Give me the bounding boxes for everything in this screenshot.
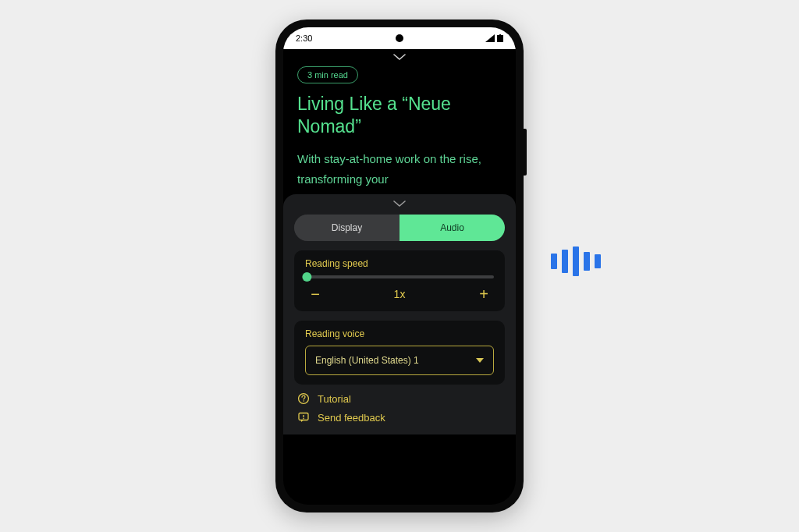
article-body: With stay-at-home work on the rise, tran…	[297, 149, 502, 190]
article-preview: 3 min read Living Like a “Neue Nomad” Wi…	[283, 66, 516, 194]
segment-display[interactable]: Display	[294, 215, 400, 241]
speed-decrease-button[interactable]: −	[305, 286, 325, 302]
speed-increase-button[interactable]: +	[474, 286, 494, 302]
reading-voice-value: English (United States) 1	[315, 355, 419, 366]
send-feedback-link[interactable]: Send feedback	[294, 406, 505, 424]
caret-down-icon	[476, 358, 484, 363]
tutorial-label: Tutorial	[318, 393, 351, 405]
reading-speed-label: Reading speed	[305, 258, 494, 269]
feedback-label: Send feedback	[318, 412, 385, 424]
reading-speed-slider[interactable]	[305, 275, 494, 278]
reading-voice-select[interactable]: English (United States) 1	[305, 346, 494, 375]
settings-panel: Display Audio Reading speed −	[283, 194, 516, 434]
status-bar: 2:30	[283, 27, 516, 49]
status-icons	[485, 34, 503, 42]
collapse-article-button[interactable]	[283, 49, 516, 66]
reading-voice-label: Reading voice	[305, 328, 494, 339]
phone-screen: 2:30 3 min read Living Like a “Neue Noma…	[283, 27, 516, 505]
mode-segmented-control: Display Audio	[294, 215, 505, 241]
feedback-icon	[297, 411, 310, 424]
soundwave-icon	[551, 246, 601, 276]
help-icon	[297, 392, 310, 405]
status-time: 2:30	[296, 34, 312, 43]
collapse-panel-button[interactable]	[294, 199, 505, 215]
speed-value: 1x	[394, 288, 406, 300]
reading-voice-card: Reading voice English (United States) 1	[294, 321, 505, 385]
phone-frame: 2:30 3 min read Living Like a “Neue Noma…	[275, 20, 524, 512]
segment-audio-label: Audio	[440, 222, 464, 233]
slider-thumb[interactable]	[302, 272, 311, 282]
segment-audio[interactable]: Audio	[400, 215, 505, 241]
read-time-badge: 3 min read	[297, 66, 358, 83]
svg-point-4	[303, 418, 304, 420]
reading-speed-card: Reading speed − 1x +	[294, 250, 505, 311]
signal-icon	[485, 34, 495, 42]
chevron-down-icon	[392, 52, 407, 62]
chevron-down-icon	[392, 199, 407, 208]
svg-point-1	[303, 400, 304, 402]
segment-display-label: Display	[332, 222, 362, 233]
article-title: Living Like a “Neue Nomad”	[297, 93, 502, 138]
tutorial-link[interactable]: Tutorial	[294, 385, 505, 406]
battery-icon	[497, 34, 503, 42]
camera-hole	[396, 34, 403, 42]
